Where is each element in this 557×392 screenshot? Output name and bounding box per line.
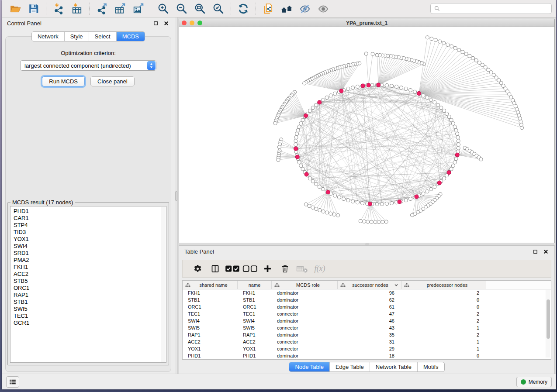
cell-MCDS-role[interactable]: connector [272, 311, 338, 316]
mcds-result-node[interactable]: STP4 [14, 222, 166, 229]
table-row[interactable]: SWI5SWI5connector431 [183, 324, 551, 331]
cell-successor-nodes[interactable]: 18 [338, 353, 401, 358]
cell-predecessor-nodes[interactable]: 1 [401, 325, 486, 330]
tab-mcds[interactable]: MCDS [116, 32, 145, 41]
column-header-predecessor-nodes[interactable]: predecessor nodes [401, 281, 486, 289]
result-list-scrollbar[interactable] [161, 207, 166, 362]
cell-name[interactable]: RAP1 [238, 332, 272, 337]
export-table-button[interactable] [111, 2, 129, 16]
cell-name[interactable]: YOX1 [238, 346, 272, 351]
apply-layout-button[interactable] [234, 2, 253, 16]
cell-successor-nodes[interactable]: 31 [338, 339, 401, 344]
cell-shared-name[interactable]: YOX1 [183, 346, 238, 351]
mcds-result-node[interactable]: TEC1 [14, 313, 166, 320]
table-row[interactable]: ORC1ORC1dominator610 [183, 303, 551, 310]
float-panel-icon[interactable] [152, 20, 159, 27]
cell-predecessor-nodes[interactable]: 1 [401, 339, 486, 344]
mcds-result-node[interactable]: SWI4 [14, 243, 166, 250]
zoom-out-button[interactable] [173, 2, 191, 16]
table-row[interactable]: FKH1FKH1dominator962 [183, 289, 551, 296]
cell-predecessor-nodes[interactable]: 2 [401, 318, 486, 323]
cell-predecessor-nodes[interactable]: 0 [401, 353, 486, 358]
cell-predecessor-nodes[interactable]: 1 [401, 346, 486, 351]
cell-MCDS-role[interactable]: dominator [272, 332, 338, 337]
create-column-button[interactable] [259, 262, 275, 275]
cell-shared-name[interactable]: SWI4 [183, 318, 238, 323]
cell-predecessor-nodes[interactable]: 0 [401, 304, 486, 309]
tab-node-table[interactable]: Node Table [289, 362, 329, 371]
table-scrollbar[interactable] [546, 290, 550, 358]
cell-successor-nodes[interactable]: 35 [338, 332, 401, 337]
cell-MCDS-role[interactable]: dominator [272, 290, 338, 296]
cell-shared-name[interactable]: FKH1 [183, 290, 238, 296]
cell-shared-name[interactable]: PHD1 [183, 353, 238, 358]
cell-shared-name[interactable]: RAP1 [183, 332, 238, 337]
table-row[interactable]: SWI4SWI4dominator462 [183, 317, 551, 324]
show-panels-button[interactable] [6, 376, 19, 388]
cell-MCDS-role[interactable]: dominator [272, 304, 338, 309]
mcds-result-node[interactable]: PHD1 [14, 208, 166, 215]
cell-successor-nodes[interactable]: 47 [338, 311, 401, 316]
cell-successor-nodes[interactable]: 29 [338, 346, 401, 351]
cell-MCDS-role[interactable]: dominator [272, 297, 338, 303]
cell-name[interactable]: ACE2 [238, 339, 272, 344]
mcds-result-node[interactable]: YOX1 [14, 236, 166, 243]
cell-shared-name[interactable]: TEC1 [183, 311, 238, 316]
cell-predecessor-nodes[interactable]: 0 [401, 297, 486, 303]
cell-successor-nodes[interactable]: 43 [338, 325, 401, 330]
tab-network[interactable]: Network [32, 32, 64, 41]
cell-MCDS-role[interactable]: connector [272, 339, 338, 344]
table-row[interactable]: STB1STB1dominator620 [183, 296, 551, 303]
table-row[interactable]: PHD1PHD1dominator180 [183, 352, 551, 359]
mcds-result-node[interactable]: ACE2 [14, 271, 166, 278]
delete-columns-button[interactable] [277, 262, 293, 275]
cell-successor-nodes[interactable]: 96 [338, 290, 401, 296]
save-session-button[interactable] [24, 2, 43, 16]
cell-MCDS-role[interactable]: dominator [272, 353, 338, 358]
clone-network-button[interactable] [259, 2, 277, 16]
select-all-rows-button[interactable] [225, 262, 240, 275]
cell-shared-name[interactable]: SWI5 [183, 325, 238, 330]
column-header-name[interactable]: name [238, 281, 272, 289]
column-header-MCDS-role[interactable]: MCDS role [272, 281, 338, 289]
cell-MCDS-role[interactable]: connector [272, 346, 338, 351]
mcds-result-node[interactable]: TID3 [14, 229, 166, 236]
cell-shared-name[interactable]: ORC1 [183, 304, 238, 309]
zoom-fit-button[interactable] [191, 2, 209, 16]
table-row[interactable]: RAP1RAP1dominator352 [183, 331, 551, 338]
panel-splitter-vertical[interactable] [175, 17, 178, 374]
search-box[interactable] [430, 3, 552, 14]
mcds-result-node[interactable]: STB5 [14, 278, 166, 285]
mcds-result-node[interactable]: CAR1 [14, 215, 166, 222]
mcds-result-node[interactable]: STB1 [14, 299, 166, 306]
first-neighbors-button[interactable] [277, 2, 296, 16]
optimization-dropdown[interactable]: largest connected component (undirected) [20, 60, 156, 71]
cell-predecessor-nodes[interactable]: 2 [401, 332, 486, 337]
open-session-button[interactable] [6, 2, 24, 16]
mcds-result-node[interactable]: RAP1 [14, 292, 166, 299]
zoom-selected-button[interactable] [209, 2, 228, 16]
cell-name[interactable]: STB1 [238, 297, 272, 303]
hide-selected-button[interactable] [296, 2, 314, 16]
network-graph[interactable] [179, 27, 554, 243]
network-view[interactable] [179, 27, 554, 243]
tab-style[interactable]: Style [64, 32, 89, 41]
cell-predecessor-nodes[interactable]: 2 [401, 290, 486, 296]
run-mcds-button[interactable]: Run MCDS [42, 76, 85, 86]
show-all-button[interactable] [314, 2, 332, 16]
deselect-all-rows-button[interactable] [242, 262, 258, 275]
cell-MCDS-role[interactable]: dominator [272, 318, 338, 323]
close-panel-icon[interactable] [163, 20, 170, 27]
cell-name[interactable]: SWI5 [238, 325, 272, 330]
panel-splitter-horizontal[interactable] [179, 243, 555, 245]
mcds-result-node[interactable]: PMA2 [14, 257, 166, 264]
close-panel-button[interactable]: Close panel [90, 76, 135, 86]
cell-predecessor-nodes[interactable]: 2 [401, 311, 486, 316]
mcds-result-node[interactable]: FKH1 [14, 264, 166, 271]
cell-name[interactable]: SWI4 [238, 318, 272, 323]
table-row[interactable]: ACE2ACE2connector311 [183, 338, 551, 345]
import-table-button[interactable] [68, 2, 86, 16]
export-network-button[interactable] [93, 2, 111, 16]
cell-shared-name[interactable]: ACE2 [183, 339, 238, 344]
mcds-result-node[interactable]: SWI5 [14, 306, 166, 313]
